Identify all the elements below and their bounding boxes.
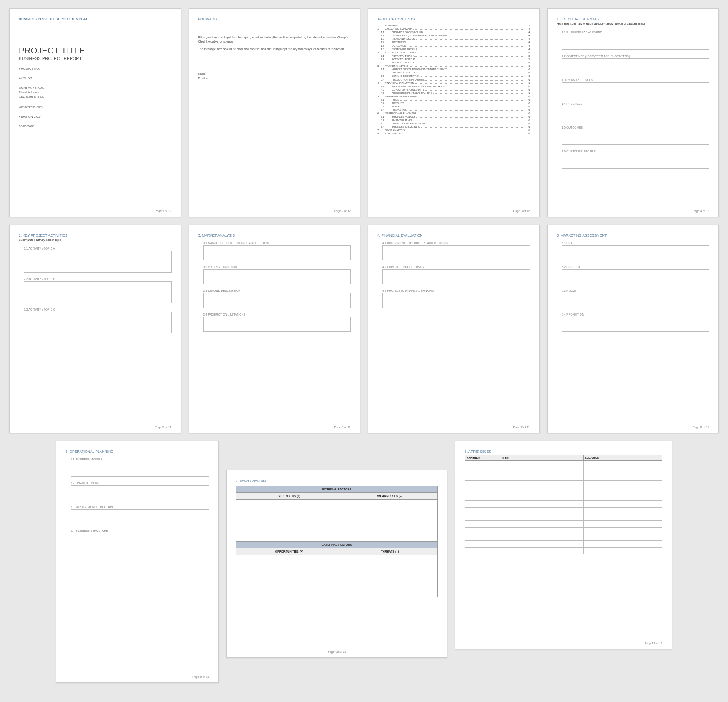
- table-row[interactable]: [465, 514, 662, 521]
- toc-entry: 2.KEY PROJECT ACTIVITIES5: [377, 51, 530, 54]
- swot-threats-cell[interactable]: [342, 555, 438, 597]
- market-s3: 3.3 DEMAND DESCRIPTION: [198, 289, 351, 292]
- toc-entry: 1.5OUTCOMES4: [377, 44, 530, 48]
- page-marketing-assessment: 5. MARKETING ASSESSMENT 5.1 PRICE 5.2 PR…: [547, 225, 719, 433]
- field-outcomes[interactable]: [562, 130, 710, 145]
- table-row[interactable]: [465, 474, 662, 481]
- field-expected-productivity[interactable]: [382, 269, 530, 284]
- field-business-background[interactable]: [562, 35, 710, 50]
- field-place[interactable]: [562, 293, 710, 308]
- field-activity-a[interactable]: [24, 251, 172, 273]
- swot-opportunities-cell[interactable]: [236, 555, 342, 597]
- project-subtitle: BUSINESS PROJECT REPORT: [19, 56, 172, 61]
- swot-table: INTERNAL FACTORS STRENGTHS (+) WEAKNESSE…: [236, 486, 438, 597]
- toc-entry: 4.1INVESTMENT EXPENDITURE AND METHODS6: [377, 85, 530, 88]
- swot-weaknesses-cell[interactable]: [342, 500, 438, 542]
- swot-strengths-cell[interactable]: [236, 500, 342, 542]
- appendices-table: APPENDIX ITEM LOCATION: [465, 455, 662, 554]
- forward-para2: The message here should be clear and con…: [198, 47, 351, 51]
- field-promotion[interactable]: [562, 317, 710, 332]
- table-row[interactable]: [465, 528, 662, 534]
- exec-title: 1. EXECUTIVE SUMMARY: [557, 17, 710, 21]
- field-risks-issues[interactable]: [562, 82, 710, 97]
- swot-strengths-header: STRENGTHS (+): [236, 493, 342, 500]
- page-footer: Page 4 of 12: [693, 210, 709, 212]
- table-row[interactable]: [465, 541, 662, 548]
- key-s1: 2.1 ACTIVITY / TOPIC A: [19, 247, 172, 250]
- field-financial-plan[interactable]: [71, 485, 209, 500]
- page-toc: TABLE OF CONTENTS FORWARD21.EXECUTIVE SU…: [368, 8, 540, 217]
- table-row[interactable]: [465, 534, 662, 541]
- field-business-structure[interactable]: [71, 533, 209, 548]
- table-row[interactable]: [465, 494, 662, 501]
- toc-entry: 6.2FINANCIAL PLAN6: [377, 119, 530, 122]
- version: VERSION 0.0.0: [19, 115, 172, 119]
- table-row[interactable]: [465, 508, 662, 514]
- table-row[interactable]: [465, 487, 662, 494]
- market-s2: 3.2 PRICING STRUCTURE: [198, 265, 351, 268]
- field-business-models[interactable]: [71, 462, 209, 477]
- field-demand-desc[interactable]: [203, 293, 351, 308]
- page-swot: 7. SWOT ANALYSIS INTERNAL FACTORS STRENG…: [226, 470, 447, 658]
- market-s4: 3.4 PRODUCTION LIMITATIONS: [198, 313, 351, 316]
- table-row[interactable]: [465, 521, 662, 528]
- fin-s1: 4.1 INVESTMENT EXPENDITURE AND METHODS: [377, 242, 530, 245]
- ops-s2: 6.2 FINANCIAL PLAN: [66, 482, 209, 485]
- page-footer: Page 9 of 11: [192, 675, 209, 678]
- toc-entry: 1.1BUSINESS BACKGROUND4: [377, 30, 530, 34]
- field-customer-profile[interactable]: [562, 154, 710, 169]
- exec-desc: High level summary of each category belo…: [557, 22, 710, 25]
- toc-entry: 1.4PROGRESS4: [377, 40, 530, 44]
- page-footer: Page 7 of 11: [513, 426, 530, 429]
- exec-s2: 1.2 OBJECTIVES (LONG-TERM AND SHORT-TERM…: [557, 55, 710, 58]
- field-projected-ranking[interactable]: [382, 293, 530, 308]
- toc-list: FORWARD21.EXECUTIVE SUMMARY41.1BUSINESS …: [377, 24, 530, 135]
- company-name: COMPANY NAME: [19, 86, 172, 91]
- table-row[interactable]: [465, 461, 662, 467]
- key-title: 2. KEY PROJECT ACTIVITIES: [19, 233, 172, 237]
- page-cover: BUSINESS PROJECT REPORT TEMPLATE PROJECT…: [9, 8, 181, 217]
- page-exec-summary: 1. EXECUTIVE SUMMARY High level summary …: [547, 8, 719, 217]
- ops-s3: 6.3 MANAGEMENT STRUCTURE: [66, 505, 209, 508]
- table-row[interactable]: [465, 481, 662, 487]
- page-footer: Page 11 of 11: [644, 642, 662, 645]
- toc-entry: 4.FINANCIAL EVALUATION6: [377, 81, 530, 85]
- field-production-limitations[interactable]: [203, 317, 351, 332]
- page-footer: Page 10 of 11: [328, 650, 346, 653]
- page-operational-planning: 6. OPERATIONAL PLANNING 6.1 BUSINESS MOD…: [56, 441, 219, 683]
- fin-s3: 4.3 PROJECTED FINANCIAL RANKING: [377, 289, 530, 292]
- toc-entry: 3.4PRODUCTION LIMITATIONS6: [377, 78, 530, 81]
- apx-col-location: LOCATION: [583, 455, 662, 461]
- field-product[interactable]: [562, 269, 710, 284]
- exec-s3: 1.3 RISKS AND ISSUES: [557, 78, 710, 81]
- toc-entry: FORWARD2: [377, 24, 530, 27]
- field-investment-expenditure[interactable]: [382, 245, 530, 260]
- swot-external: EXTERNAL FACTORS: [236, 542, 438, 548]
- table-row[interactable]: [465, 548, 662, 554]
- ops-s4: 6.4 BUSINESS STRUCTURE: [66, 529, 209, 532]
- field-management-structure[interactable]: [71, 509, 209, 524]
- mkt-s3: 5.3 PLACE: [557, 289, 710, 292]
- field-activity-c[interactable]: [24, 312, 172, 333]
- mkt-title: 5. MARKETING ASSESSMENT: [557, 233, 710, 237]
- field-progress[interactable]: [562, 106, 710, 121]
- field-market-desc[interactable]: [203, 245, 351, 260]
- key-desc: Summarized activity and/or topic: [19, 238, 172, 241]
- field-pricing-structure[interactable]: [203, 269, 351, 284]
- template-header: BUSINESS PROJECT REPORT TEMPLATE: [19, 17, 172, 21]
- toc-entry: 5.3PLACE6: [377, 105, 530, 108]
- date: 00/00/0000: [19, 124, 172, 128]
- toc-entry: 6.OPERATIONAL PLANNING6: [377, 111, 530, 115]
- table-row[interactable]: [465, 467, 662, 474]
- toc-entry: 3.2PRICING STRUCTURE6: [377, 71, 530, 74]
- page-footer: Page 1 of 12: [155, 210, 172, 212]
- toc-entry: 1.6CUSTOMER PROFILE4: [377, 48, 530, 51]
- field-price[interactable]: [562, 245, 710, 260]
- field-activity-b[interactable]: [24, 281, 172, 303]
- name-label: Name: [198, 72, 351, 75]
- mkt-s4: 5.4 PROMOTION: [557, 313, 710, 316]
- mkt-s2: 5.2 PRODUCT: [557, 265, 710, 268]
- toc-entry: 5.MARKETING ASSESSMENT6: [377, 95, 530, 98]
- field-objectives[interactable]: [562, 58, 710, 73]
- table-row[interactable]: [465, 501, 662, 508]
